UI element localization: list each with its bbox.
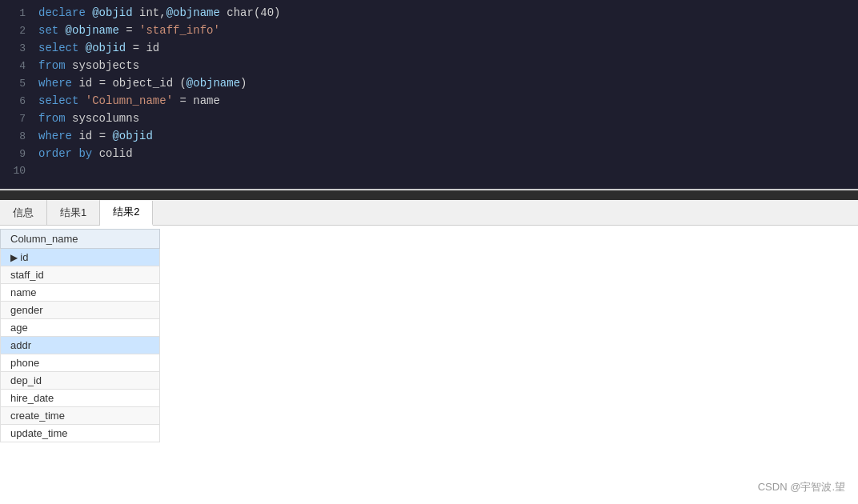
code-line: 6select 'Column_name' = name — [0, 94, 858, 112]
code-token: @objid — [86, 42, 126, 54]
tab-result1[interactable]: 结果1 — [47, 200, 100, 225]
watermark: CSDN @宇智波.望 — [758, 480, 845, 494]
code-line: 10 — [0, 165, 858, 182]
code-line: 4from sysobjects — [0, 59, 858, 77]
code-line: 7from syscolumns — [0, 112, 858, 130]
cell-column-name: create_time — [1, 407, 160, 425]
code-token: = name — [173, 94, 220, 107]
results-table: Column_name ▶ idstaff_idnamegenderageadd… — [0, 229, 160, 442]
cell-column-name: phone — [1, 354, 160, 372]
tab-info[interactable]: 信息 — [0, 200, 47, 225]
table-row[interactable]: hire_date — [1, 390, 160, 407]
cell-column-name: addr — [1, 337, 160, 354]
code-token: @objid — [112, 130, 152, 142]
code-token: where — [38, 77, 78, 90]
cell-column-name: ▶ id — [1, 249, 160, 266]
code-content: set @objname = 'staff_info' — [38, 24, 220, 37]
table-row[interactable]: create_time — [1, 407, 160, 425]
table-row[interactable]: update_time — [1, 425, 160, 442]
code-content: from syscolumns — [38, 112, 139, 125]
cell-column-name: staff_id — [1, 266, 160, 284]
code-content: where id = object_id (@objname) — [38, 77, 247, 90]
code-content: where id = @objid — [38, 130, 153, 142]
results-panel: 信息结果1结果2 Column_name ▶ idstaff_idnamegen… — [0, 200, 858, 504]
code-editor[interactable]: 1declare @objid int,@objname char(40)2se… — [0, 0, 858, 190]
horizontal-scrollbar[interactable] — [0, 190, 858, 200]
line-number: 4 — [6, 60, 26, 72]
code-line: 1declare @objid int,@objname char(40) — [0, 6, 858, 24]
table-row[interactable]: gender — [1, 302, 160, 319]
line-number: 8 — [6, 130, 26, 142]
code-content: from sysobjects — [38, 59, 139, 72]
code-token: sysobjects — [72, 59, 139, 72]
table-row[interactable]: dep_id — [1, 372, 160, 390]
code-token: syscolumns — [72, 112, 139, 125]
cell-column-name: hire_date — [1, 390, 160, 407]
line-number: 10 — [6, 165, 26, 177]
column-header: Column_name — [1, 230, 160, 249]
code-token: select — [38, 94, 86, 107]
code-token: from — [38, 59, 72, 72]
code-line: 8where id = @objid — [0, 130, 858, 147]
code-token: where — [38, 130, 78, 142]
row-indicator-icon: ▶ — [10, 252, 20, 263]
code-token: 'staff_info' — [139, 24, 220, 37]
line-number: 9 — [6, 148, 26, 160]
code-token: @objname — [66, 24, 119, 37]
code-line: 3select @objid = id — [0, 42, 858, 59]
code-token: int, — [133, 6, 166, 19]
line-number: 1 — [6, 7, 26, 19]
code-token: = id — [126, 42, 159, 54]
code-token: set — [38, 24, 66, 37]
table-row[interactable]: age — [1, 319, 160, 337]
code-token: from — [38, 112, 72, 125]
code-line: 5where id = object_id (@objname) — [0, 77, 858, 94]
table-row[interactable]: phone — [1, 354, 160, 372]
tab-result2[interactable]: 结果2 — [100, 201, 153, 226]
code-token: char(40) — [220, 6, 281, 19]
line-number: 2 — [6, 25, 26, 37]
table-container[interactable]: Column_name ▶ idstaff_idnamegenderageadd… — [0, 226, 858, 504]
code-content: select @objid = id — [38, 42, 159, 54]
code-token: = — [119, 24, 139, 37]
code-token: declare — [38, 6, 92, 19]
code-token: colid — [99, 147, 133, 160]
code-token: id = — [78, 130, 112, 142]
code-line: 9order by colid — [0, 147, 858, 165]
table-row[interactable]: staff_id — [1, 266, 160, 284]
table-row[interactable]: ▶ id — [1, 249, 160, 266]
code-token: ) — [240, 77, 247, 90]
cell-column-name: gender — [1, 302, 160, 319]
table-row[interactable]: name — [1, 284, 160, 302]
line-number: 5 — [6, 78, 26, 90]
code-token: 'Column_name' — [86, 94, 173, 107]
cell-column-name: dep_id — [1, 372, 160, 390]
code-token: id = object_id ( — [78, 77, 186, 90]
code-token: @objname — [186, 77, 240, 90]
line-number: 6 — [6, 95, 26, 107]
code-token: order by — [38, 147, 99, 160]
cell-column-name: name — [1, 284, 160, 302]
line-number: 7 — [6, 113, 26, 125]
code-token: select — [38, 42, 86, 54]
code-content: declare @objid int,@objname char(40) — [38, 6, 281, 19]
code-token: @objid — [92, 6, 132, 19]
code-token: @objname — [166, 6, 220, 19]
code-content: select 'Column_name' = name — [38, 94, 220, 107]
code-line: 2set @objname = 'staff_info' — [0, 24, 858, 42]
cell-column-name: age — [1, 319, 160, 337]
cell-column-name: update_time — [1, 425, 160, 442]
code-content: order by colid — [38, 147, 133, 160]
table-row[interactable]: addr — [1, 337, 160, 354]
line-number: 3 — [6, 42, 26, 54]
tabs-bar: 信息结果1结果2 — [0, 200, 858, 226]
